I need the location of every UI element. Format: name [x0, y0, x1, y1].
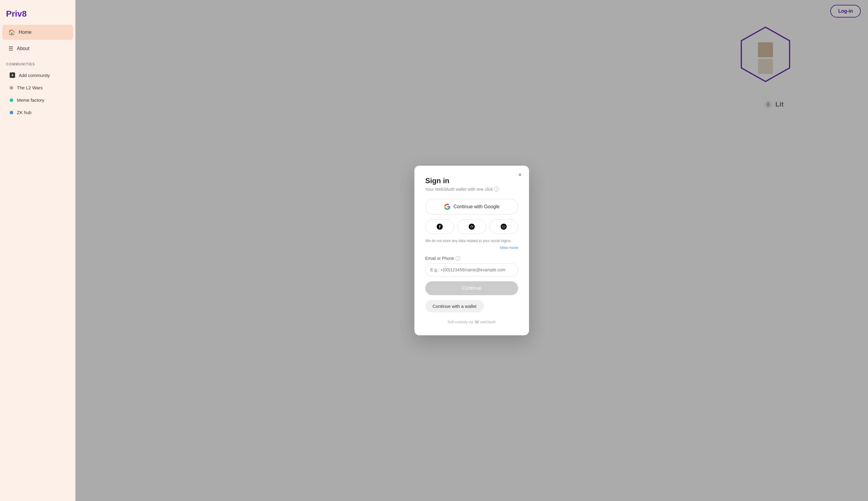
discord-signin-button[interactable]	[489, 220, 518, 234]
community-dot-l2wars	[10, 86, 13, 90]
logo-text: Priv8	[6, 9, 27, 19]
sidebar-about-label: About	[17, 46, 30, 51]
modal-subtitle: Your Web3Auth wallet with one click i	[425, 187, 518, 192]
modal-subtitle-text: Your Web3Auth wallet with one click	[425, 187, 493, 192]
email-phone-input[interactable]	[425, 263, 518, 276]
add-icon: +	[10, 73, 15, 78]
sign-in-modal: × Sign in Your Web3Auth wallet with one …	[414, 166, 529, 335]
community-item-zk[interactable]: ZK hub	[6, 106, 69, 119]
svg-point-11	[503, 227, 503, 227]
continue-button[interactable]: Continue	[425, 281, 518, 295]
community-label-l2wars: The L2 Wars	[17, 85, 43, 90]
web3auth-logo: W web3auth	[475, 320, 496, 324]
add-community-button[interactable]: + Add community	[6, 69, 69, 82]
wallet-button[interactable]: Continue with a wallet	[425, 300, 484, 312]
google-logo	[444, 203, 451, 210]
communities-label: COMMUNITIES	[6, 62, 69, 66]
footer-text: Self-custody via	[448, 320, 473, 324]
sidebar-home-label: Home	[19, 30, 32, 35]
modal-overlay: × Sign in Your Web3Auth wallet with one …	[75, 0, 868, 501]
sidebar: Priv8 🏠 Home ☰ About COMMUNITIES + Add c…	[0, 0, 75, 501]
facebook-icon	[437, 223, 443, 230]
communities-section: COMMUNITIES + Add community The L2 Wars …	[0, 56, 75, 121]
reddit-signin-button[interactable]	[457, 220, 486, 234]
add-community-label: Add community	[19, 73, 50, 78]
community-dot-zk	[10, 111, 13, 114]
discord-icon	[501, 223, 507, 230]
view-more-link[interactable]: View more	[425, 245, 518, 250]
web3auth-label: web3auth	[480, 320, 496, 324]
email-info-icon[interactable]: i	[455, 256, 460, 261]
svg-point-6	[470, 227, 471, 227]
svg-point-5	[469, 224, 475, 230]
menu-icon: ☰	[9, 45, 13, 52]
logo: Priv8	[0, 6, 75, 25]
svg-point-7	[472, 227, 473, 227]
community-item-l2wars[interactable]: The L2 Wars	[6, 82, 69, 94]
reddit-icon	[469, 223, 475, 230]
modal-title: Sign in	[425, 177, 518, 185]
community-label-meme: Meme factory	[17, 97, 44, 103]
google-btn-label: Continue with Google	[454, 204, 500, 210]
google-signin-button[interactable]: Continue with Google	[425, 199, 518, 215]
modal-footer: Self-custody via W web3auth	[425, 320, 518, 324]
social-buttons-row	[425, 220, 518, 234]
svg-point-9	[471, 225, 472, 226]
community-item-meme[interactable]: Meme factory	[6, 94, 69, 106]
modal-close-button[interactable]: ×	[516, 171, 524, 179]
sidebar-item-home[interactable]: 🏠 Home	[2, 25, 73, 40]
info-icon[interactable]: i	[494, 187, 499, 192]
main-content: Log-in Communities nt, private and decen…	[75, 0, 868, 501]
community-dot-meme	[10, 98, 13, 102]
web3auth-icon: W	[475, 320, 479, 324]
sidebar-item-about[interactable]: ☰ About	[2, 41, 73, 56]
community-label-zk: ZK hub	[17, 110, 31, 115]
home-icon: 🏠	[9, 29, 15, 35]
svg-point-12	[504, 227, 505, 227]
svg-point-10	[501, 224, 507, 230]
facebook-signin-button[interactable]	[425, 220, 454, 234]
sidebar-nav: 🏠 Home ☰ About	[0, 25, 75, 56]
privacy-note: We do not store any data related to your…	[425, 239, 518, 243]
email-label: Email or Phone i	[425, 256, 518, 261]
